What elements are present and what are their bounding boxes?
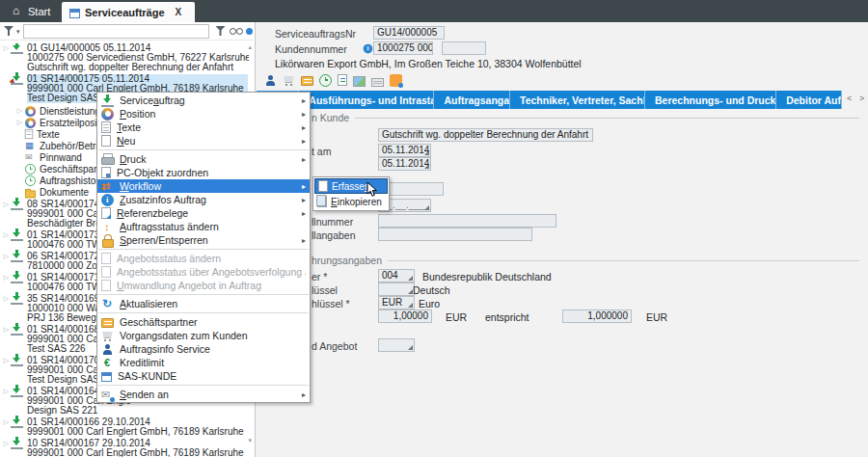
kundennummer-field[interactable]: 1000275 000 [373, 41, 433, 55]
kurs2-field[interactable]: 1,000000 [562, 309, 632, 323]
expand-icon[interactable]: ▷ [2, 252, 11, 271]
menu-item-label: Auftragsstatus ändern [120, 221, 306, 232]
scroll-up-icon[interactable]: ▴ [248, 43, 252, 51]
tree-item[interactable]: ▷01 SR14/000166 29.10.20149999001 000 Ca… [2, 417, 249, 437]
detail-tab[interactable]: Auftragsangaben [434, 91, 510, 109]
close-icon[interactable]: X [176, 7, 182, 17]
menu-item-label: Druck [120, 153, 298, 165]
serviceauftragsnr-field[interactable]: GU14/000005 [373, 26, 445, 40]
pc-object-icon [101, 167, 111, 178]
serviceorder-icon [11, 437, 23, 449]
menu-item-zusatzinfos-auftrag[interactable]: Zusatzinfos Auftrag▸ [97, 193, 310, 206]
menu-item-label: Kreditlimit [120, 357, 306, 368]
tab-next-icon[interactable]: > [859, 94, 864, 103]
customer-transactions-icon [101, 330, 114, 342]
menu-item-auftragsstatus-ändern[interactable]: Auftragsstatus ändern [97, 220, 310, 233]
detail-tab[interactable]: Berechnungs- und Druckvorgaben [645, 91, 776, 109]
customer-address: Likörwaren Export GmbH, Im Großen Teiche… [275, 58, 582, 69]
submenu-arrow-icon: ▸ [302, 196, 306, 204]
waehrung-combo[interactable]: EUR [378, 296, 415, 309]
detail-tab[interactable]: Debitor Auftra [776, 91, 842, 109]
expand-icon[interactable]: ▷ [2, 325, 11, 354]
expand-icon[interactable]: ▷ [2, 43, 11, 72]
menu-separator [98, 149, 309, 150]
land-combo[interactable]: 004 [378, 269, 415, 282]
filter-icon[interactable] [3, 25, 15, 38]
tab-prev-icon[interactable]: < [847, 94, 852, 103]
mail-icon[interactable] [371, 78, 384, 87]
serviceorder-icon [11, 72, 23, 85]
menu-item-kreditlimit[interactable]: Kreditlimit [97, 356, 310, 369]
waehrung-label: hlüssel * [312, 298, 350, 309]
expand-icon[interactable]: ▷ [2, 417, 11, 437]
expand-icon[interactable]: ▷ [2, 230, 11, 250]
refresh-icon [101, 298, 114, 310]
tree-item-text: 10 SR14/000167 29.10.20149999001 000 Car… [27, 439, 244, 457]
menu-item-workflow[interactable]: Workflow▸ [97, 179, 310, 193]
detail-tab[interactable]: Ausführungs- und Intrastatangaben [299, 91, 434, 109]
tree-item[interactable]: ▷01 GU14/000005 05.11.20141000275 000 Se… [2, 43, 249, 72]
menu-item-geschäftspartner[interactable]: Geschäftspartner [97, 315, 310, 329]
sprache-text: Deutsch [413, 284, 450, 296]
menu-item-referenzbelege[interactable]: Referenzbelege▸ [97, 206, 310, 220]
section-kunde: n Kunde [312, 112, 859, 123]
menu-item-pc-objekt-zuordnen[interactable]: PC-Objekt zuordnen [97, 166, 310, 179]
menu-item-auftragsinfo-service[interactable]: Auftragsinfo Service [97, 342, 310, 356]
land-text: Bundesrepublik Deutschland [422, 271, 552, 282]
picture-icon[interactable] [353, 76, 366, 87]
menu-item-vorgangsdaten-zum-kunden[interactable]: Vorgangsdaten zum Kunden [97, 329, 310, 342]
workflow-send-icon[interactable] [390, 74, 402, 87]
tree-item-text: 01 SR14/000166 29.10.20149999001 000 Car… [27, 417, 244, 437]
menu-item-sperren-entsperren[interactable]: Sperren/Entsperren▸ [97, 233, 310, 247]
serviceorder-icon [11, 228, 23, 241]
sprache-combo[interactable] [378, 282, 415, 296]
date2-field[interactable]: 05.11.2014 [378, 157, 431, 171]
tree-child-label: Pinnwand [40, 152, 82, 163]
filter-caret-icon[interactable]: ▾ [16, 28, 20, 36]
submenu-arrow-icon: ▸ [302, 137, 306, 146]
tab-serviceauftraege[interactable]: Serviceaufträge X [62, 2, 195, 22]
menu-item-aktualisieren[interactable]: Aktualisieren [97, 297, 310, 310]
bestellnummer-field[interactable] [378, 214, 556, 228]
erfasst-am-field[interactable]: 05.11.2014 [378, 144, 431, 157]
menu-item-position[interactable]: Position▸ [97, 107, 310, 121]
detail-tab[interactable]: Techniker, Vertreter, Sachbearbeiter [510, 91, 645, 109]
menu-item-label: Geschäftspartner [120, 316, 306, 328]
expand-icon[interactable]: ▷ [2, 200, 11, 228]
menu-item-texte[interactable]: Texte▸ [97, 121, 310, 134]
menu-item-neu[interactable]: Neu▸ [97, 134, 310, 148]
serviceorder-icon [11, 198, 23, 210]
menu-item-druck[interactable]: Druck▸ [97, 152, 310, 166]
expand-icon[interactable]: ▷ [2, 273, 11, 292]
tree-item[interactable]: ▷10 SR14/000167 29.10.20149999001 000 Ca… [2, 439, 249, 457]
apply-filter-icon[interactable] [215, 25, 228, 38]
clipboard-icon[interactable] [338, 74, 347, 86]
menu-item-senden-an[interactable]: Senden an▸ [97, 388, 310, 401]
tab-start[interactable]: Start [4, 0, 58, 22]
search-icon[interactable] [230, 25, 242, 38]
menu-item-sas-kunde[interactable]: SAS-KUNDE [97, 369, 310, 383]
menu-item-serviceauftrag[interactable]: Serviceauftrag▸ [97, 94, 310, 107]
bestellangaben-field[interactable] [378, 228, 532, 241]
lock-icon [101, 234, 114, 247]
customer-info-icon[interactable] [264, 74, 277, 87]
quote-status-icon [101, 253, 111, 264]
scroll-down-icon[interactable]: ▾ [248, 437, 252, 444]
gutschrift-field[interactable]: Gutschrift wg. doppelter Berechnung der … [378, 128, 593, 142]
expand-icon[interactable]: ▷ [2, 294, 11, 323]
expand-icon[interactable]: ▷ [2, 356, 11, 385]
expand-icon[interactable]: ▷ [15, 107, 24, 115]
history-icon[interactable] [319, 74, 332, 87]
angebot-combo[interactable] [378, 338, 415, 352]
cart-icon[interactable] [283, 74, 295, 87]
filter-input[interactable] [23, 24, 209, 39]
expand-icon[interactable]: ▷ [15, 119, 24, 126]
expand-icon[interactable]: ▷ [2, 439, 11, 457]
submenu-arrow-icon: ▸ [302, 182, 306, 191]
kurs1-field[interactable]: 1,00000 [378, 309, 432, 323]
kundennummer-label: Kundennummer [275, 43, 347, 55]
convert-quote-icon [101, 280, 111, 291]
kundennummer-suffix-field[interactable] [442, 41, 486, 55]
contact-card-icon[interactable] [301, 76, 313, 86]
expand-icon[interactable]: ▷ [2, 387, 11, 416]
